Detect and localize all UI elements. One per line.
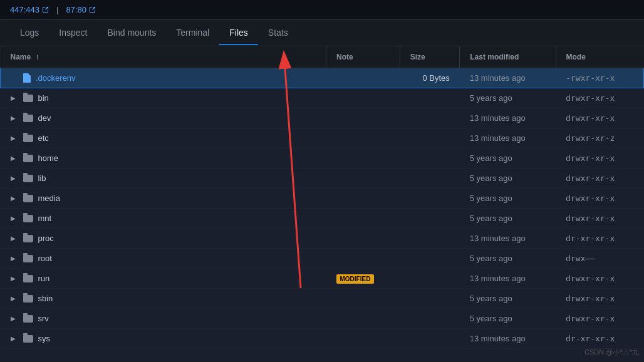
expand-arrow-icon[interactable]: ▶	[11, 235, 18, 242]
modified-cell: 5 years ago	[460, 189, 556, 209]
modified-cell: 13 minutes ago	[460, 229, 556, 249]
port-link-1[interactable]: 447:443	[10, 5, 49, 14]
modified-cell: 5 years ago	[460, 209, 556, 229]
tab-logs[interactable]: Logs	[10, 21, 49, 45]
file-name-cell: ▶srv	[1, 309, 326, 329]
col-header-size: Size	[400, 46, 460, 68]
file-name-cell: ▶sbin	[1, 289, 326, 309]
modified-cell: 13 minutes ago	[460, 269, 556, 289]
file-name-label: bin	[38, 93, 49, 103]
col-header-note: Note	[326, 46, 400, 68]
watermark: CSDN @小*△*九	[584, 348, 639, 357]
folder-icon	[23, 315, 33, 323]
tab-inspect[interactable]: Inspect	[49, 21, 97, 45]
modified-cell: 13 minutes ago	[460, 128, 556, 148]
note-cell	[326, 309, 400, 329]
table-row[interactable]: .dockerenv0 Bytes13 minutes ago-rwxr-xr-…	[1, 68, 644, 88]
note-cell: MODIFIED	[326, 269, 400, 289]
top-bar: 447:443 | 87:80	[0, 0, 644, 20]
mode-cell: drwxr-xr-x	[556, 289, 643, 309]
folder-icon	[23, 95, 33, 102]
folder-icon	[23, 135, 33, 142]
modified-cell: 5 years ago	[460, 88, 556, 108]
file-name-label: sys	[38, 334, 51, 343]
table-row[interactable]: ▶etc13 minutes agodrwxr-xr-z	[1, 128, 644, 148]
file-name-label: mnt	[38, 214, 52, 223]
file-name-cell: .dockerenv	[1, 68, 326, 88]
folder-icon	[23, 155, 33, 162]
table-row[interactable]: ▶bin5 years agodrwxr-xr-x	[1, 88, 644, 108]
file-name-label: media	[38, 194, 60, 203]
expand-arrow-icon[interactable]: ▶	[11, 315, 18, 322]
table-row[interactable]: ▶sbin5 years agodrwxr-xr-x	[1, 289, 644, 309]
tabs-bar: Logs Inspect Bind mounts Terminal Files …	[0, 20, 644, 46]
note-cell	[326, 189, 400, 209]
expand-arrow-icon[interactable]: ▶	[11, 175, 18, 182]
size-cell	[400, 108, 460, 128]
table-row[interactable]: ▶proc13 minutes agodr-xr-xr-x	[1, 229, 644, 249]
mode-cell: drwxr-xr-x	[556, 88, 643, 108]
expand-arrow-icon[interactable]: ▶	[11, 155, 18, 162]
expand-arrow-icon[interactable]: ▶	[11, 255, 18, 262]
tab-terminal[interactable]: Terminal	[166, 21, 219, 45]
expand-arrow-icon[interactable]: ▶	[11, 95, 18, 101]
tab-bind-mounts[interactable]: Bind mounts	[98, 21, 167, 45]
tab-stats[interactable]: Stats	[258, 21, 298, 45]
file-name-label: lib	[38, 173, 46, 183]
table-row[interactable]: ▶home5 years agodrwxr-xr-x	[1, 148, 644, 168]
table-row[interactable]: ▶media5 years agodrwxr-xr-x	[1, 189, 644, 209]
modified-cell: 13 minutes ago	[460, 108, 556, 128]
file-name-cell: ▶lib	[1, 168, 326, 189]
folder-icon	[23, 275, 33, 282]
size-cell	[400, 128, 460, 148]
expand-arrow-icon[interactable]: ▶	[11, 295, 18, 302]
mode-cell: drwxr-xr-x	[556, 189, 643, 209]
mode-cell: -rwxr-xr-x	[556, 68, 643, 88]
expand-arrow-icon[interactable]: ▶	[11, 335, 18, 342]
expand-arrow-icon[interactable]: ▶	[11, 215, 18, 222]
note-cell	[326, 128, 400, 148]
file-name-label: root	[38, 254, 52, 263]
file-name-cell: ▶run	[1, 269, 326, 289]
expand-arrow-icon[interactable]: ▶	[11, 195, 18, 202]
mode-cell: drwxr-xr-z	[556, 128, 643, 148]
modified-cell: 5 years ago	[460, 309, 556, 329]
table-row[interactable]: ▶sys13 minutes agodr-xr-xr-x	[1, 329, 644, 349]
files-table-container: Name ↑ Note Size Last modified Mode .doc…	[0, 46, 644, 362]
file-name-cell: ▶dev	[1, 108, 326, 128]
size-cell	[400, 289, 460, 309]
file-name-cell: ▶bin	[1, 88, 326, 108]
folder-icon	[23, 175, 33, 182]
table-row[interactable]: ▶dev13 minutes agodrwxr-xr-x	[1, 108, 644, 128]
table-header-row: Name ↑ Note Size Last modified Mode	[1, 46, 644, 68]
folder-icon	[23, 195, 33, 202]
size-cell	[400, 269, 460, 289]
mode-cell: dr-xr-xr-x	[556, 329, 643, 349]
file-name-cell: ▶mnt	[1, 209, 326, 229]
note-cell	[326, 329, 400, 349]
table-row[interactable]: ▶lib5 years agodrwxr-xr-x	[1, 168, 644, 189]
modified-badge: MODIFIED	[336, 274, 375, 284]
expand-arrow-icon[interactable]: ▶	[11, 115, 18, 122]
size-cell	[400, 209, 460, 229]
file-name-label: srv	[38, 314, 49, 323]
table-row[interactable]: ▶root5 years agodrwx——	[1, 249, 644, 269]
note-cell	[326, 88, 400, 108]
size-cell	[400, 329, 460, 349]
size-cell	[400, 88, 460, 108]
file-name-cell: ▶home	[1, 148, 326, 168]
expand-arrow-icon[interactable]: ▶	[11, 135, 18, 142]
col-header-name[interactable]: Name ↑	[1, 46, 326, 68]
table-row[interactable]: ▶srv5 years agodrwxr-xr-x	[1, 309, 644, 329]
folder-icon	[23, 335, 33, 343]
tab-files[interactable]: Files	[219, 21, 258, 45]
table-row[interactable]: ▶runMODIFIED13 minutes agodrwxr-xr-x	[1, 269, 644, 289]
table-row[interactable]: ▶mnt5 years agodrwxr-xr-x	[1, 209, 644, 229]
file-name-label: sbin	[38, 294, 53, 303]
file-name-label: proc	[38, 234, 54, 243]
note-cell	[326, 68, 400, 88]
note-cell	[326, 229, 400, 249]
file-name-cell: ▶sys	[1, 329, 326, 349]
expand-arrow-icon[interactable]: ▶	[11, 275, 18, 282]
port-link-2[interactable]: 87:80	[66, 5, 96, 14]
